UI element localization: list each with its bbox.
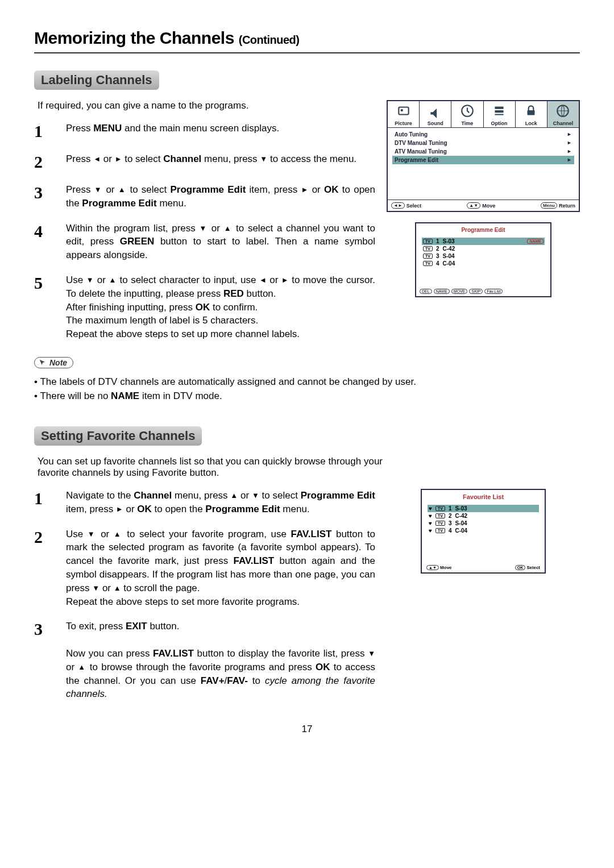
- svg-rect-0: [399, 107, 408, 115]
- step-number: 3: [34, 620, 50, 701]
- channel-row: TV3S-04: [422, 252, 545, 260]
- osd-footer: ◄►Select ▲▼Move MenuReturn: [388, 200, 579, 211]
- osd-btn: Fav.List: [484, 289, 503, 294]
- osd-btn: SKIP: [469, 289, 483, 294]
- osd-tab: Sound: [420, 101, 451, 127]
- step-number: 2: [34, 152, 50, 172]
- channel-row: TV4C-04: [422, 260, 545, 267]
- step: 1Navigate to the Channel menu, press ▲ o…: [34, 489, 375, 516]
- title-continued: (Continued): [239, 34, 300, 46]
- step: 4Within the program list, press ▼ or ▲ t…: [34, 222, 375, 262]
- favorite-steps: 1Navigate to the Channel menu, press ▲ o…: [34, 489, 375, 701]
- step-number: 1: [34, 489, 50, 516]
- osd-illustrations: PictureSoundTimeOptionLockChannel Auto T…: [387, 100, 580, 297]
- fav-row: ♥TV2C-42: [428, 512, 539, 520]
- svg-rect-3: [528, 110, 535, 115]
- step-number: 5: [34, 273, 50, 341]
- osd-menu-row: DTV Manual Tuning►: [392, 139, 574, 147]
- channel-row: TV2C-42: [422, 245, 545, 252]
- osd-menu-row: Programme Edit►: [392, 156, 574, 164]
- osd-tab: Channel: [547, 101, 579, 127]
- favorite-intro: You can set up favorite channels list so…: [38, 456, 401, 479]
- step-body: Use ▼ or ▲ to select character to input,…: [66, 273, 375, 341]
- step: 3Press ▼ or ▲ to select Programme Edit i…: [34, 183, 375, 210]
- step-body: Press ▼ or ▲ to select Programme Edit it…: [66, 183, 375, 210]
- pointer-icon: [38, 358, 47, 367]
- labeling-intro: If required, you can give a name to the …: [38, 100, 375, 111]
- osd-programme-edit: Programme Edit TV1S-03NAMETV2C-42TV3S-04…: [415, 222, 551, 297]
- osd-menu-row: ATV Manual Tuning►: [392, 147, 574, 156]
- step-body: Within the program list, press ▼ or ▲ to…: [66, 222, 375, 262]
- fav-row: ♥TV3S-04: [428, 520, 539, 527]
- osd-channel-menu: PictureSoundTimeOptionLockChannel Auto T…: [387, 100, 580, 212]
- step: 3To exit, press EXIT button.Now you can …: [34, 620, 375, 701]
- osd-btn: NAME: [434, 289, 450, 294]
- osd-favourite-list: Favourite List ♥TV1S-03♥TV2C-42♥TV3S-04♥…: [421, 489, 546, 574]
- osd-tab: Option: [484, 101, 516, 127]
- osd-menu-row: Auto Tuning►: [392, 130, 574, 139]
- step-body: To exit, press EXIT button.Now you can p…: [66, 620, 375, 701]
- page-number: 17: [34, 724, 580, 735]
- step: 1Press MENU and the main menu screen dis…: [34, 122, 375, 141]
- step-body: Press ◄ or ► to select Channel menu, pre…: [66, 152, 356, 172]
- step: 2Use ▼ or ▲ to select your favorite prog…: [34, 528, 375, 609]
- channel-row: TV1S-03NAME: [422, 238, 545, 245]
- page-title: Memorizing the Channels (Continued): [34, 28, 580, 53]
- note-item: The labels of DTV channels are automatic…: [34, 375, 580, 389]
- step-body: Navigate to the Channel menu, press ▲ or…: [66, 489, 375, 516]
- osd-tab: Picture: [388, 101, 420, 127]
- step-number: 2: [34, 528, 50, 609]
- step-body: Use ▼ or ▲ to select your favorite progr…: [66, 528, 375, 609]
- step: 2Press ◄ or ► to select Channel menu, pr…: [34, 152, 375, 172]
- svg-point-1: [400, 109, 403, 111]
- section-labeling-heading: Labeling Channels: [34, 70, 159, 90]
- step-body: Press MENU and the main menu screen disp…: [66, 122, 279, 141]
- osd-favourite-col: Favourite List ♥TV1S-03♥TV2C-42♥TV3S-04♥…: [387, 489, 580, 574]
- section-favorite-heading: Setting Favorite Channels: [34, 426, 202, 446]
- fav-row: ♥TV1S-03: [428, 505, 539, 512]
- osd2-title: Programme Edit: [416, 223, 550, 236]
- fav-row: ♥TV4C-04: [428, 527, 539, 534]
- osd-tab: Lock: [516, 101, 547, 127]
- note-tag: Note: [34, 357, 73, 368]
- note-block: Note The labels of DTV channels are auto…: [34, 357, 580, 404]
- step-number: 3: [34, 183, 50, 210]
- step-number: 4: [34, 222, 50, 262]
- osd3-title: Favourite List: [422, 490, 545, 504]
- osd-tab: Time: [451, 101, 483, 127]
- osd-btn: DEL: [420, 289, 432, 294]
- title-main: Memorizing the Channels: [34, 28, 239, 47]
- step: 5Use ▼ or ▲ to select character to input…: [34, 273, 375, 341]
- labeling-steps: 1Press MENU and the main menu screen dis…: [34, 122, 375, 341]
- note-item: There will be no NAME item in DTV mode.: [34, 389, 580, 404]
- step-number: 1: [34, 122, 50, 141]
- osd-btn: MOVE: [451, 289, 468, 294]
